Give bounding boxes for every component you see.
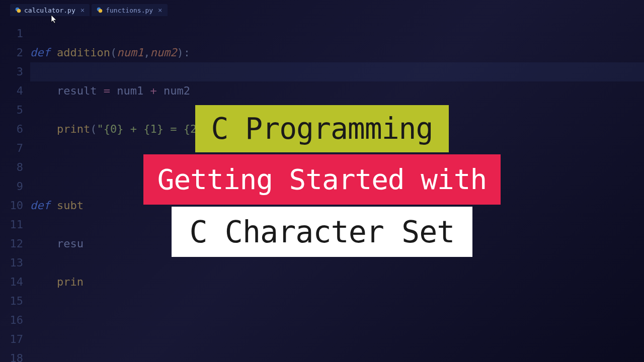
title-overlay: C Programming Getting Started with C Cha… [0, 0, 644, 362]
overlay-title-1: C Programming [195, 105, 449, 152]
overlay-title-3: C Character Set [172, 207, 473, 257]
overlay-title-2: Getting Started with [143, 154, 501, 205]
